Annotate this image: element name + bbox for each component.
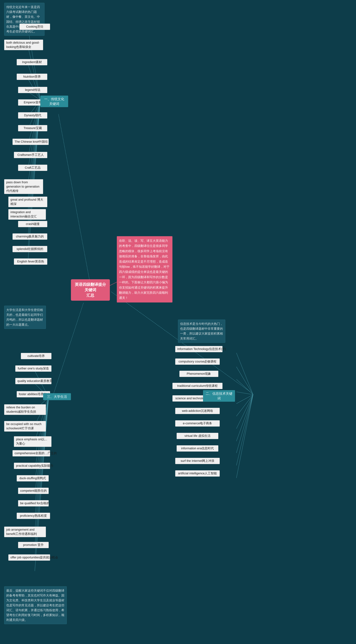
trad-node-10: Craft工艺品 bbox=[18, 165, 47, 171]
trad-node-12: great and profound 博大精深 bbox=[8, 196, 47, 207]
info-node-7: virtual life 虚拟生活 bbox=[177, 433, 218, 439]
cat2-label: 二、信息技术关键词 bbox=[203, 390, 235, 402]
college-node-5: be occupied with so much schoolwork忙于功课 bbox=[4, 421, 46, 432]
trad-node-6: Dynasty朝代 bbox=[18, 112, 47, 118]
info-node-5: web-addiction沉迷网络 bbox=[175, 408, 220, 414]
college-node-14: promotion 晋升 bbox=[18, 542, 49, 548]
info-node-10: artificial intelligence人工智能 bbox=[175, 470, 220, 476]
college-node-7: comprehensive全面的，广泛的 bbox=[13, 450, 50, 456]
svg-line-28 bbox=[236, 394, 253, 429]
college-node-9: duck-stuffing填鸭式 bbox=[17, 475, 49, 482]
svg-line-32 bbox=[236, 394, 253, 478]
college-node-15: offer job opportunities提供就业机会 bbox=[8, 554, 50, 561]
center-node: 英语四级翻译提分关键词 汇总 bbox=[71, 279, 110, 301]
college-node-11: be qualified for合格的 bbox=[18, 500, 49, 506]
college-node-1: further one's study深造 bbox=[15, 366, 52, 372]
svg-line-22 bbox=[236, 353, 253, 394]
info-node-0: Information Technology信息技术(IT) bbox=[175, 346, 222, 352]
trad-node-15: charming极具魅力的 bbox=[13, 234, 47, 240]
cat3-label: 三、大学生活 bbox=[43, 393, 71, 400]
trad-node-17: English fever英语热 bbox=[14, 258, 47, 265]
svg-line-30 bbox=[236, 394, 253, 453]
svg-line-12 bbox=[28, 100, 40, 144]
info-node-2: Phenomenon现象 bbox=[179, 371, 218, 377]
info-node-9: surf the Internet网上冲浪 bbox=[175, 458, 220, 464]
svg-line-31 bbox=[236, 394, 253, 466]
conclusion-box: 最后，提醒大家这些关键词不仅对四级翻译的备考有帮助，其实也对写作大有裨益。因为文… bbox=[4, 586, 67, 624]
info-node-6: e-commerce电子商务 bbox=[175, 420, 220, 426]
college-node-4: relieve the burden on students减轻学生负担 bbox=[4, 404, 46, 415]
trad-node-14: crash碰撞 bbox=[18, 221, 47, 227]
trad-node-8: The Chinese knot中国结 bbox=[13, 139, 49, 145]
college-node-0: cultivate培养 bbox=[21, 353, 52, 359]
svg-line-29 bbox=[236, 394, 253, 441]
trad-node-2: Ingredient素材 bbox=[17, 59, 47, 65]
svg-line-1 bbox=[53, 303, 84, 396]
cat1-label: 一、传统文化关键词 bbox=[40, 96, 68, 107]
college-node-12: proficiency熟练程度 bbox=[17, 513, 50, 519]
info-node-1: compulsory course必修课程 bbox=[175, 358, 220, 365]
intro-right-box: 信息技术是当今时代的大热门，也是四级翻译题材中非常重要的一类，所以建议大家提前积… bbox=[178, 320, 225, 343]
svg-line-24 bbox=[236, 379, 253, 394]
college-node-10: competent能胜任的 bbox=[18, 488, 49, 494]
mind-map: 传统文化近年来一直是四六级考试翻译的热门题材，像中餐、茶文化、中国结、丝绸之路等… bbox=[0, 0, 356, 644]
trad-node-11: pass down from generation to generation代… bbox=[4, 179, 43, 194]
svg-line-6 bbox=[28, 64, 40, 100]
svg-line-44 bbox=[35, 398, 49, 518]
svg-line-20 bbox=[28, 100, 40, 251]
svg-line-38 bbox=[35, 398, 49, 441]
college-node-6: place emphasis on以...为重心 bbox=[14, 436, 52, 447]
svg-line-23 bbox=[236, 367, 253, 394]
svg-line-0 bbox=[58, 114, 90, 285]
trad-node-7: Treasure宝藏 bbox=[18, 125, 47, 131]
college-node-2: quality education素质教育 bbox=[15, 378, 52, 384]
trad-node-13: integration and interaction融合交汇 bbox=[8, 209, 46, 220]
svg-line-26 bbox=[236, 394, 253, 404]
pink-info-box: 在听、说、读、写、译五大英语能力的考查中，四级翻译往往是很多同学忽略的模块，很多… bbox=[117, 236, 172, 302]
trad-node-4: legend传说 bbox=[18, 87, 47, 93]
intro-college-box: 大学生活是和大学生密切相关的，也是最能引起同学们共鸣的，所以也是翻译题材的一大出… bbox=[4, 306, 46, 329]
info-node-8: information era信息时代 bbox=[177, 445, 218, 452]
svg-line-46 bbox=[35, 398, 49, 546]
intro-top-box: 传统文化近年来一直是四六级考试翻译的热门题材，像中餐、茶文化、中国结、丝绸之路等… bbox=[4, 3, 45, 36]
svg-line-25 bbox=[236, 392, 253, 394]
svg-line-27 bbox=[236, 394, 253, 416]
college-node-13: job arrangement and benefit工作待遇和福利 bbox=[4, 526, 46, 537]
trad-node-9: Craftsmen手工艺人 bbox=[14, 152, 47, 158]
trad-node-1: both delicious and good-looking色香味俱全 bbox=[4, 40, 43, 50]
info-node-3: traditional curriculum传统课程 bbox=[172, 383, 222, 389]
trad-node-0: Cooking烹饪 bbox=[20, 24, 50, 30]
trad-node-16: splendid壮丽辉煌的 bbox=[13, 246, 47, 252]
svg-line-14 bbox=[28, 100, 40, 170]
college-node-8: practical capability实际能力 bbox=[14, 463, 50, 469]
trad-node-3: Nutrition营养 bbox=[17, 74, 47, 80]
